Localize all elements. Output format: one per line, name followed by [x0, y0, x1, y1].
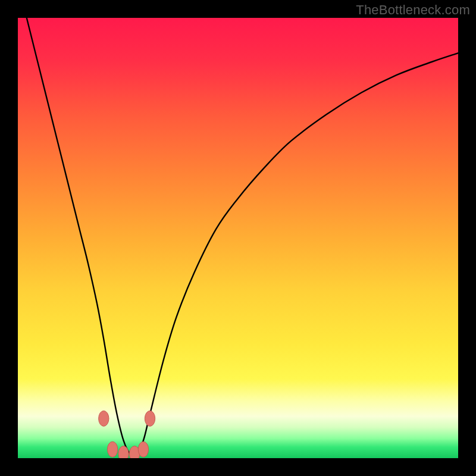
- curve-markers: [99, 411, 155, 458]
- watermark-text: TheBottleneck.com: [356, 2, 470, 18]
- curve-marker: [118, 446, 129, 458]
- bottleneck-curve: [27, 18, 458, 456]
- curve-marker: [107, 441, 117, 457]
- curve-layer: [18, 18, 458, 458]
- curve-marker: [99, 411, 109, 426]
- curve-marker: [138, 441, 148, 457]
- plot-area: [18, 18, 458, 458]
- curve-marker: [145, 411, 155, 426]
- chart-frame: TheBottleneck.com: [0, 0, 476, 476]
